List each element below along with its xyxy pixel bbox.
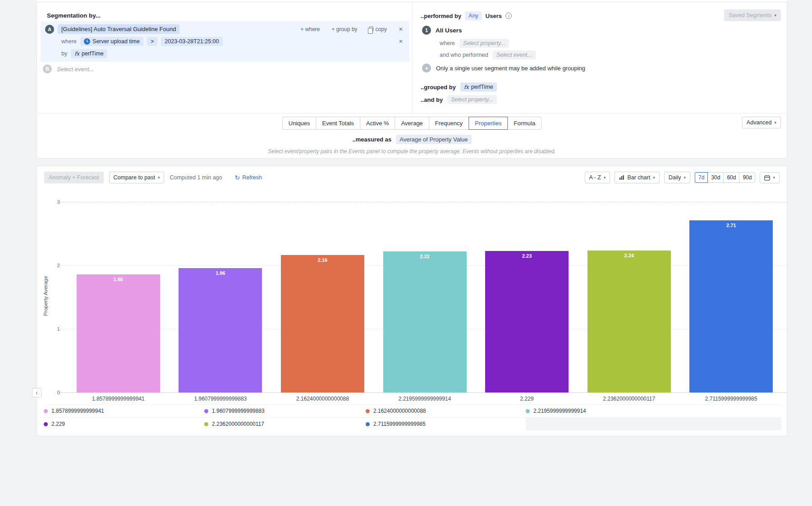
legend-item[interactable]: 2.229 [44,417,204,430]
segment-number-badge: 1 [422,26,431,35]
legend-swatch [44,422,48,426]
event-b-row[interactable]: B Select event... [43,64,94,73]
and-by-placeholder[interactable]: Select property... [447,95,497,104]
chevron-down-icon: ▾ [653,176,655,180]
event-a-actions: + where + group by copy ✕ [301,26,405,32]
compare-to-past-label: Compare to past [114,174,155,181]
saved-segments-button[interactable]: Saved Segments ▾ [724,9,781,21]
legend-item[interactable]: 2.7115999999999985 [366,417,526,430]
range-60d-button[interactable]: 60d [723,172,739,183]
chart-controls: A - Z ▾ Bar chart ▾ Daily ▾ [585,172,780,183]
y-tick: 3 [46,199,60,205]
refresh-button[interactable]: ↻ Refresh [235,174,262,181]
measured-as-label: ..measured as [353,136,392,143]
where-property-chip[interactable]: Server upload time [80,37,143,46]
add-group-by-button[interactable]: + group by [332,26,358,32]
y-tick: 2 [46,263,60,268]
range-90d-button[interactable]: 90d [739,172,755,183]
tab-frequency[interactable]: Frequency [429,117,469,130]
legend-swatch [204,422,208,426]
chart-legend: 1.8578999999999941 1.9607999999999883 2.… [44,404,781,430]
calendar-button[interactable]: ▾ [760,172,780,183]
x-axis-label: 1.8578999999999941 [67,396,170,402]
copy-icon [369,27,373,32]
legend-label: 1.8578999999999941 [51,408,104,414]
legend-label: 2.229 [51,421,65,427]
event-a-row: A [Guidelines] Auto Traversal Guideline … [45,24,405,34]
remove-event-button[interactable]: ✕ [399,26,403,32]
performed-by-any-chip[interactable]: Any [465,11,482,20]
segment-performed-placeholder[interactable]: Select event... [493,50,536,59]
info-icon[interactable]: i [505,13,512,19]
legend-label: 2.1624000000000088 [373,408,426,414]
bar-series-4[interactable]: 2.22 [383,251,467,392]
app-root: Segmentation by... A [Guidelines] Auto T… [0,0,812,506]
where-value-chip[interactable]: 2023-03-28T21:25:00 [161,37,222,46]
range-7d-button[interactable]: 7d [695,172,708,183]
compare-to-past-button[interactable]: Compare to past ▾ [109,172,165,183]
chevron-down-icon: ▾ [158,176,160,180]
grouped-by-label: ..grouped by [421,84,456,91]
tab-uniques[interactable]: Uniques [282,117,317,130]
refresh-icon: ↻ [235,174,240,181]
where-operator-chip[interactable]: > [147,37,157,46]
copy-event-button[interactable]: copy [369,26,387,32]
bar-series-6[interactable]: 2.24 [587,251,671,392]
bar-value-label: 1.86 [77,277,160,282]
legend-item[interactable]: 2.2362000000000117 [204,417,366,430]
bar-series-3[interactable]: 2.16 [281,255,364,392]
legend-item[interactable]: 1.9607999999999883 [204,404,366,417]
bar-series-5[interactable]: 2.23 [485,251,569,392]
event-a-where-row: where Server upload time > 2023-03-28T21… [45,36,405,46]
advanced-button[interactable]: Advanced ▾ [742,117,781,128]
segment-where-placeholder[interactable]: Select property... [459,39,509,48]
bar-series-2[interactable]: 1.96 [179,268,262,392]
bar-value-label: 2.71 [689,223,773,228]
chart-type-button[interactable]: Bar chart ▾ [615,172,659,183]
legend-item[interactable]: 2.2195999999999914 [526,404,781,417]
bar-chart-plot: Property Average 3 2 1 0 1.86 1.96 2.16 … [67,202,782,392]
legend-swatch [366,422,370,426]
group-by-property-chip[interactable]: fx perfTime [71,49,107,58]
tab-formula[interactable]: Formula [508,117,542,130]
grouped-by-property-label: perfTime [471,84,493,90]
bar-series-1[interactable]: 1.86 [77,274,160,392]
grouping-note-row: + Only a single user segment may be adde… [422,64,585,73]
measured-as-chip[interactable]: Average of Property Value [396,135,471,144]
legend-swatch [366,409,370,413]
and-by-row: ..and by Select property... [421,95,497,104]
chart-toolbar: Anomaly + Forecast Compare to past ▾ Com… [44,172,780,183]
collapse-panel-button[interactable]: ‹ [32,388,41,397]
legend-item[interactable]: 1.8578999999999941 [44,404,204,417]
event-a-by-row: by fx perfTime [45,49,405,59]
bar-value-label: 1.96 [179,270,262,276]
legend-swatch [526,409,530,413]
add-where-button[interactable]: + where [301,26,320,32]
bar-chart-icon [619,175,624,180]
range-30d-button[interactable]: 30d [707,172,724,183]
anomaly-forecast-button[interactable]: Anomaly + Forecast [44,172,104,183]
performed-by-label: ..performed by [421,13,461,19]
grouped-by-property-chip[interactable]: fx perfTime [460,82,497,91]
grouping-note: Only a single user segment may be added … [436,65,585,72]
legend-swatch [44,409,48,413]
x-axis-labels: 1.8578999999999941 1.9607999999999883 2.… [67,396,782,402]
event-b-badge: B [43,64,52,73]
tab-active-pct[interactable]: Active % [360,117,395,130]
event-a-name-chip[interactable]: [Guidelines] Auto Traversal Guideline Fo… [58,24,179,34]
grouped-by-row: ..grouped by fx perfTime [421,82,497,91]
sort-label: A - Z [589,174,601,181]
bar-series-7[interactable]: 2.71 [689,220,773,392]
group-by-property-label: perfTime [82,50,104,57]
tab-event-totals[interactable]: Event Totals [316,117,360,130]
server-upload-time-icon [84,38,90,45]
remove-where-button[interactable]: ✕ [399,38,405,45]
tab-properties[interactable]: Properties [468,117,508,130]
interval-button[interactable]: Daily ▾ [664,172,690,183]
bar-value-label: 2.16 [281,257,364,263]
sort-button[interactable]: A - Z ▾ [585,172,610,183]
legend-item[interactable]: 2.1624000000000088 [366,404,526,417]
chevron-down-icon: ▾ [773,176,775,180]
tab-average[interactable]: Average [395,117,429,130]
copy-label: copy [376,26,387,32]
